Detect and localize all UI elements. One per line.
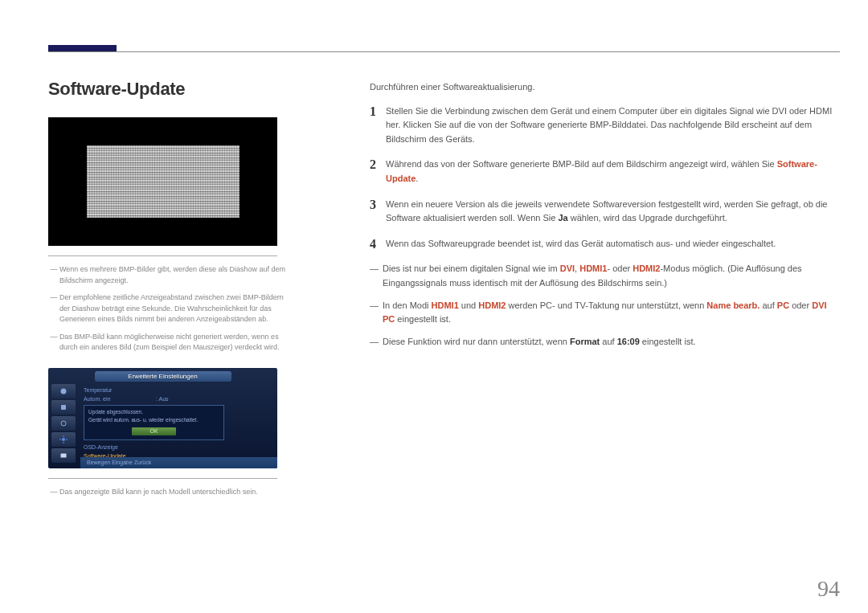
osd-icon-support: [51, 448, 76, 463]
osd-footer: Bewegen Eingabe Zurück: [80, 457, 277, 468]
svg-rect-1: [61, 405, 66, 410]
left-column: Software-Update ―Wenn es mehrere BMP-Bil…: [48, 79, 297, 504]
note-item: ―In den Modi HDMI1 und HDMI2 werden PC- …: [370, 299, 840, 327]
osd-ok-button: OK: [132, 427, 176, 435]
page-title: Software-Update: [48, 79, 297, 100]
svg-point-0: [61, 388, 67, 394]
osd-icon-picture: [51, 384, 76, 398]
svg-point-3: [62, 438, 65, 441]
dash-icon: ―: [370, 262, 383, 290]
dash-icon: ―: [370, 335, 383, 349]
osd-icon-settings: [51, 432, 76, 447]
intro-text: Durchführen einer Softwareaktualisierung…: [370, 80, 840, 95]
bmp-preview-image: [48, 117, 277, 246]
step-number: 1: [370, 104, 386, 147]
divider: [48, 255, 277, 256]
note-text: In den Modi HDMI1 und HDMI2 werden PC- u…: [383, 299, 840, 327]
svg-rect-4: [61, 453, 67, 457]
step-number: 4: [370, 237, 386, 251]
step: 1Stellen Sie die Verbindung zwischen dem…: [370, 104, 840, 147]
note-item: ― Das angezeigte Bild kann je nach Model…: [48, 487, 289, 498]
step-text: Während das von der Software generierte …: [386, 157, 840, 186]
step: 4Wenn das Softwareupgrade beendet ist, w…: [370, 237, 840, 251]
osd-icon-sound: [51, 400, 76, 415]
dash-icon: ―: [48, 332, 59, 353]
note-item: ―Wenn es mehrere BMP-Bilder gibt, werden…: [48, 264, 289, 286]
static-noise-graphic: [87, 145, 240, 218]
dash-icon: ―: [48, 264, 59, 286]
osd-body: Temperatur Autom. ein: Aus Update abgesc…: [84, 386, 271, 461]
header-rule: [48, 51, 840, 52]
divider: [48, 478, 277, 479]
osd-screenshot: Erweiterte Einstellungen Temperatur Auto…: [48, 368, 277, 468]
note-item: ―Das BMP-Bild kann möglicherweise nicht …: [48, 332, 289, 353]
osd-dialog-line: Update abgeschlossen.: [88, 408, 219, 416]
step: 2Während das von der Software generierte…: [370, 157, 840, 186]
dash-icon: ―: [48, 487, 59, 498]
note-item: ―Dies ist nur bei einem digitalen Signal…: [370, 262, 840, 290]
step-text: Wenn ein neuere Version als die jeweils …: [386, 198, 840, 226]
osd-row: Temperatur: [84, 386, 271, 394]
right-column: Durchführen einer Softwareaktualisierung…: [370, 80, 840, 357]
note-text: Dies ist nur bei einem digitalen Signal …: [383, 262, 840, 290]
osd-icon-network: [51, 416, 76, 431]
step-number: 2: [370, 157, 386, 186]
step-text: Stellen Sie die Verbindung zwischen dem …: [386, 104, 840, 147]
note-text: Das angezeigte Bild kann je nach Modell …: [59, 487, 258, 498]
osd-sidebar: [51, 384, 80, 464]
note-text: Der empfohlene zeitliche Anzeigeabstand …: [59, 292, 289, 325]
step-text: Wenn das Softwareupgrade beendet ist, wi…: [386, 237, 840, 251]
step: 3Wenn ein neuere Version als die jeweils…: [370, 198, 840, 226]
osd-title: Erweiterte Einstellungen: [95, 371, 231, 382]
header-tab: [48, 45, 117, 51]
note-text: Wenn es mehrere BMP-Bilder gibt, werden …: [59, 264, 289, 286]
note-text: Diese Funktion wird nur dann unterstützt…: [383, 335, 696, 349]
page-number: 94: [817, 576, 840, 602]
model-note-block: ― Das angezeigte Bild kann je nach Model…: [48, 487, 289, 498]
dash-icon: ―: [48, 292, 59, 325]
dash-icon: ―: [370, 299, 383, 327]
osd-dialog-line: Gerät wird autom. aus- u. wieder eingesc…: [88, 416, 219, 424]
svg-point-2: [61, 421, 66, 426]
note-text: Das BMP-Bild kann möglicherweise nicht g…: [59, 332, 289, 353]
osd-row: Autom. ein: Aus: [84, 394, 271, 403]
osd-item: OSD-Anzeige: [84, 443, 271, 452]
note-item: ―Der empfohlene zeitliche Anzeigeabstand…: [48, 292, 289, 325]
osd-dialog: Update abgeschlossen. Gerät wird autom. …: [84, 405, 224, 440]
note-item: ―Diese Funktion wird nur dann unterstütz…: [370, 335, 840, 349]
step-number: 3: [370, 198, 386, 226]
left-notes: ―Wenn es mehrere BMP-Bilder gibt, werden…: [48, 264, 289, 353]
